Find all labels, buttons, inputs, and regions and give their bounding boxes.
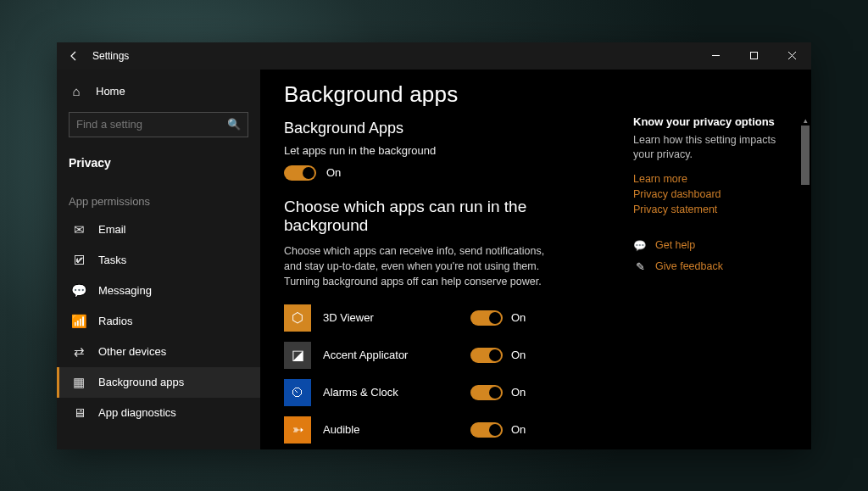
app-icon: ◪ bbox=[284, 342, 311, 369]
app-row: ⏲Alarms & ClockOn bbox=[284, 374, 609, 411]
app-list: ⬡3D ViewerOn◪Accent ApplicatorOn⏲Alarms … bbox=[284, 299, 609, 449]
main-panel: Background apps Background Apps Let apps… bbox=[260, 70, 633, 449]
search-input[interactable]: 🔍 bbox=[69, 112, 248, 137]
sidebar-item-email[interactable]: ✉ Email bbox=[57, 215, 260, 245]
sidebar-item-label: Radios bbox=[98, 315, 132, 327]
email-icon: ✉ bbox=[71, 222, 86, 237]
diagnostics-icon: 🖥 bbox=[71, 405, 86, 420]
search-icon: 🔍 bbox=[227, 118, 241, 131]
sidebar: ⌂ Home 🔍 Privacy App permissions ✉ Email… bbox=[57, 70, 260, 449]
category-heading: Privacy bbox=[57, 146, 260, 180]
help-icon: 💬 bbox=[633, 239, 647, 252]
link-privacy-dashboard[interactable]: Privacy dashboard bbox=[633, 188, 794, 200]
back-button[interactable] bbox=[57, 42, 92, 70]
master-toggle[interactable] bbox=[284, 165, 316, 181]
app-row: ⬡3D ViewerOn bbox=[284, 299, 609, 337]
sidebar-item-background-apps[interactable]: ▦ Background apps bbox=[57, 367, 260, 398]
app-toggle[interactable] bbox=[470, 348, 503, 363]
privacy-options-heading: Know your privacy options bbox=[633, 115, 794, 128]
give-feedback-label: Give feedback bbox=[655, 260, 723, 272]
svg-rect-0 bbox=[751, 53, 758, 59]
app-row: ◪Accent ApplicatorOn bbox=[284, 337, 609, 374]
right-panel: Know your privacy options Learn how this… bbox=[633, 70, 811, 449]
app-toggle-state: On bbox=[511, 349, 526, 361]
radios-icon: 📶 bbox=[71, 314, 86, 329]
scroll-thumb[interactable] bbox=[801, 126, 810, 185]
home-icon: ⌂ bbox=[69, 84, 84, 98]
master-toggle-label: Let apps run in the background bbox=[284, 144, 609, 157]
window-title: Settings bbox=[92, 50, 129, 62]
sidebar-item-radios[interactable]: 📶 Radios bbox=[57, 306, 260, 337]
app-toggle[interactable] bbox=[470, 422, 503, 438]
link-privacy-statement[interactable]: Privacy statement bbox=[633, 204, 794, 215]
app-name: Audible bbox=[323, 423, 459, 436]
app-toggle-state: On bbox=[511, 423, 526, 436]
app-toggle-state: On bbox=[511, 311, 526, 324]
sidebar-item-label: Email bbox=[98, 223, 126, 236]
master-toggle-state: On bbox=[326, 166, 341, 179]
app-name: 3D Viewer bbox=[323, 311, 459, 324]
tasks-icon: 🗹 bbox=[71, 253, 86, 267]
scroll-up-button[interactable]: ▴ bbox=[801, 115, 810, 126]
sidebar-item-other-devices[interactable]: ⇄ Other devices bbox=[57, 337, 260, 367]
maximize-button[interactable] bbox=[735, 42, 773, 70]
home-nav[interactable]: ⌂ Home bbox=[57, 76, 260, 107]
app-icon: ⏲ bbox=[284, 379, 311, 406]
get-help-label: Get help bbox=[655, 239, 695, 251]
titlebar: Settings bbox=[57, 42, 811, 70]
section-choose-apps-title: Choose which apps can run in the backgro… bbox=[284, 198, 609, 235]
app-toggle[interactable] bbox=[470, 385, 503, 400]
settings-window: Settings ⌂ Home 🔍 Privacy App bbox=[57, 42, 811, 449]
page-title: Background apps bbox=[284, 81, 609, 108]
privacy-options-text: Learn how this setting impacts your priv… bbox=[633, 133, 794, 163]
app-row: ➳AudibleOn bbox=[284, 411, 609, 449]
sidebar-item-label: Background apps bbox=[98, 376, 184, 388]
section-background-apps-title: Background Apps bbox=[284, 120, 609, 137]
link-learn-more[interactable]: Learn more bbox=[633, 173, 794, 185]
app-icon: ⬡ bbox=[284, 304, 311, 332]
minimize-button[interactable] bbox=[697, 42, 735, 70]
sidebar-item-label: Messaging bbox=[98, 284, 152, 297]
close-button[interactable] bbox=[773, 42, 811, 70]
feedback-icon: ✎ bbox=[633, 260, 647, 273]
app-toggle[interactable] bbox=[470, 310, 503, 326]
sidebar-item-label: App diagnostics bbox=[98, 406, 176, 419]
background-apps-icon: ▦ bbox=[71, 375, 86, 390]
app-name: Alarms & Clock bbox=[323, 386, 459, 399]
apps-permissions-heading: App permissions bbox=[57, 180, 260, 215]
section-choose-apps-desc: Choose which apps can receive info, send… bbox=[284, 243, 564, 289]
content-area: Background apps Background Apps Let apps… bbox=[260, 70, 811, 449]
sidebar-item-tasks[interactable]: 🗹 Tasks bbox=[57, 245, 260, 276]
sidebar-item-label: Other devices bbox=[98, 345, 166, 358]
sidebar-item-label: Tasks bbox=[98, 254, 126, 266]
devices-icon: ⇄ bbox=[71, 344, 86, 360]
search-field[interactable] bbox=[76, 118, 227, 131]
scrollbar[interactable]: ▴ bbox=[801, 115, 810, 449]
messaging-icon: 💬 bbox=[71, 283, 86, 299]
sidebar-item-app-diagnostics[interactable]: 🖥 App diagnostics bbox=[57, 398, 260, 428]
get-help-link[interactable]: 💬 Get help bbox=[633, 239, 794, 252]
app-toggle-state: On bbox=[511, 386, 526, 399]
app-name: Accent Applicator bbox=[323, 349, 459, 361]
home-label: Home bbox=[96, 85, 125, 98]
give-feedback-link[interactable]: ✎ Give feedback bbox=[633, 260, 794, 273]
sidebar-item-messaging[interactable]: 💬 Messaging bbox=[57, 276, 260, 306]
app-icon: ➳ bbox=[284, 416, 311, 444]
